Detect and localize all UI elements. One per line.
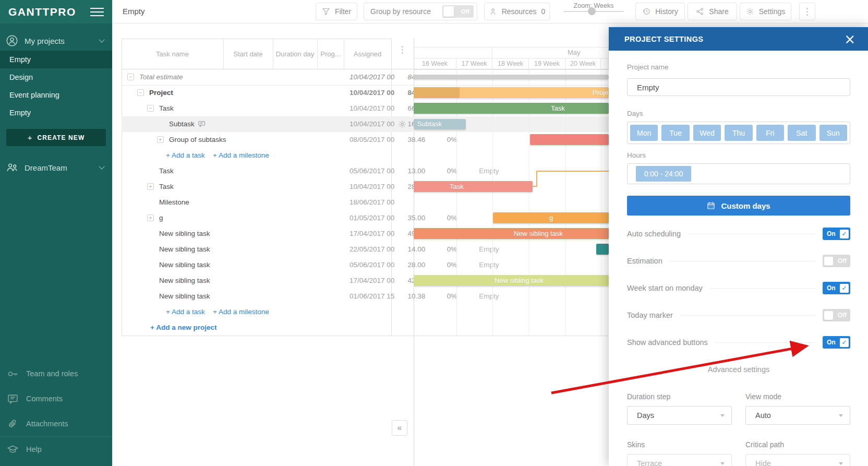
column-header-duration-day[interactable]: Duration day: [273, 39, 317, 69]
hours-range-chip[interactable]: 0:00 - 24:00: [636, 166, 691, 182]
toggle-today-marker[interactable]: Off: [823, 309, 850, 321]
sidebar-item-help[interactable]: Help: [0, 437, 112, 462]
table-row[interactable]: +g01/05/2017 00:35.000%: [122, 210, 391, 226]
day-button-wed[interactable]: Wed: [693, 125, 721, 141]
working-hours-field[interactable]: 0:00 - 24:00: [627, 163, 850, 184]
task-name-cell: Task: [159, 179, 174, 195]
day-button-fri[interactable]: Fri: [756, 125, 784, 141]
start-date-cell: 10/04/2017 00:: [349, 179, 394, 195]
toggle-week-start-on-monday[interactable]: On✓: [823, 282, 850, 294]
expand-expander[interactable]: +: [157, 136, 164, 143]
table-row[interactable]: Milestone18/06/2017 00:: [122, 195, 391, 210]
project-bar[interactable]: [414, 87, 609, 98]
day-button-tue[interactable]: Tue: [661, 125, 689, 141]
week-cell: [601, 58, 609, 69]
my-projects-section[interactable]: My projects: [0, 31, 112, 51]
gear-icon: [746, 7, 754, 16]
day-button-sun[interactable]: Sun: [819, 125, 847, 141]
hamburger-menu-icon[interactable]: [90, 5, 104, 19]
history-button[interactable]: History: [635, 3, 685, 20]
column-settings-icon[interactable]: [402, 46, 403, 54]
chevron-down-icon: [839, 414, 843, 417]
new-sibling-task-2-bar[interactable]: [596, 244, 609, 255]
sidebar-item-empty[interactable]: Empty: [0, 51, 112, 68]
close-icon[interactable]: ×: [844, 32, 855, 46]
zoom-slider-thumb[interactable]: [588, 7, 596, 15]
bar-label: Subtask: [417, 119, 442, 129]
select-view-mode[interactable]: Auto: [745, 406, 850, 425]
create-new-button[interactable]: + CREATE NEW: [6, 129, 106, 146]
table-row[interactable]: −Project10/04/2017 00:84.0017%: [122, 85, 391, 101]
expand-expander[interactable]: +: [147, 183, 154, 190]
select-critical-path[interactable]: Hide: [745, 454, 850, 466]
comment-bubble-icon[interactable]: [198, 121, 206, 127]
day-button-thu[interactable]: Thu: [725, 125, 752, 141]
resources-button[interactable]: Resources 0: [484, 3, 550, 20]
dependency-connector: [536, 171, 537, 187]
add-task-link[interactable]: + Add a task: [166, 148, 205, 163]
add-task-link[interactable]: + Add a task: [166, 304, 205, 320]
total-estimate-bar[interactable]: [414, 75, 609, 79]
select-skins[interactable]: Terrace: [627, 454, 732, 466]
new-sibling-task-1-bar[interactable]: [414, 228, 609, 239]
share-icon: [696, 7, 704, 16]
toggle-show-advanced-buttons[interactable]: On✓: [823, 336, 850, 349]
add-new-project-link[interactable]: + Add a new project: [150, 320, 216, 336]
table-row[interactable]: New sibling task05/06/2017 00:28.000%Emp…: [122, 257, 391, 273]
toggle-estimation[interactable]: Off: [823, 255, 850, 267]
sidebar-item-design[interactable]: Design: [0, 68, 112, 86]
settings-button[interactable]: Settings: [740, 3, 791, 20]
table-row[interactable]: New sibling task22/05/2017 00:14.000%Emp…: [122, 242, 391, 257]
checkmark-icon: ✓: [840, 230, 849, 238]
toggle-auto-scheduling[interactable]: On✓: [823, 228, 850, 240]
chevron-down-icon: [99, 37, 104, 42]
panel-body: Project name Days MonTueWedThuFriSatSun …: [609, 63, 868, 466]
day-button-mon[interactable]: Mon: [630, 125, 658, 141]
select-value: Days: [637, 411, 654, 420]
collapse-expander[interactable]: −: [127, 74, 134, 80]
table-row[interactable]: Subtask10/04/2017 00:16.00100%Empty: [122, 116, 391, 132]
filter-label: Filter: [335, 7, 351, 16]
sidebar-item-comments[interactable]: Comments: [0, 386, 112, 411]
sidebar-item-empty[interactable]: Empty: [0, 104, 112, 122]
sidebar-item-team-and-roles[interactable]: Team and roles: [0, 361, 112, 386]
table-row[interactable]: Task05/06/2017 00:13.000%Empty: [122, 163, 391, 179]
day-button-sat[interactable]: Sat: [788, 125, 815, 141]
sidebar-item-event-planning[interactable]: Event planning: [0, 86, 112, 104]
table-row[interactable]: New sibling task17/04/2017 00:49.000%Emp…: [122, 226, 391, 242]
collapse-expander[interactable]: −: [147, 105, 154, 112]
task-2-bar[interactable]: [414, 181, 533, 192]
share-button[interactable]: Share: [688, 3, 737, 20]
add-milestone-link[interactable]: + Add a milestone: [213, 304, 269, 320]
start-date-cell: 17/04/2017 00:: [349, 226, 394, 242]
project-name-input[interactable]: [627, 78, 850, 96]
more-menu-button[interactable]: [799, 3, 815, 20]
expand-expander[interactable]: +: [147, 214, 154, 221]
collapse-expander[interactable]: −: [137, 89, 144, 96]
custom-days-button[interactable]: Custom days: [627, 196, 850, 216]
table-row[interactable]: −Task10/04/2017 00:66.4674%: [122, 101, 391, 116]
task-bar[interactable]: [414, 103, 609, 114]
column-header-start-date[interactable]: Start date: [223, 39, 273, 69]
column-header-assigned[interactable]: Assigned: [344, 39, 391, 69]
column-header-task-name[interactable]: Task name: [122, 39, 223, 69]
checkmark-icon: ✓: [840, 284, 849, 293]
column-header-prog-[interactable]: Prog...: [317, 39, 344, 69]
bar-label: Proje: [593, 87, 608, 98]
table-row[interactable]: +Group of subtasks08/05/2017 00:38.460%: [122, 132, 391, 148]
group-of-subtasks-bar[interactable]: [530, 134, 609, 145]
table-row[interactable]: +Task10/04/2017 00:28.000%: [122, 179, 391, 195]
collapse-grid-button[interactable]: «: [392, 420, 407, 436]
table-row[interactable]: New sibling task01/06/2017 15:10.380%Emp…: [122, 289, 391, 304]
table-row[interactable]: −Total estimate10/04/2017 00.84.00: [122, 69, 391, 85]
add-milestone-link[interactable]: + Add a milestone: [213, 148, 269, 163]
sidebar-item-attachments[interactable]: Attachments: [0, 411, 112, 436]
select-duration-step[interactable]: Days: [627, 406, 732, 425]
days-label: Days: [627, 110, 850, 117]
timeline-header-line: [414, 69, 609, 70]
filter-button[interactable]: Filter: [316, 3, 357, 20]
group-by-resource-toggle[interactable]: Off: [442, 5, 474, 18]
week-cell-18-week: 18 Week: [492, 58, 529, 69]
dreamteam-section[interactable]: DreamTeam: [0, 158, 112, 177]
table-row[interactable]: New sibling task17/04/2017 00:42.000%Emp…: [122, 273, 391, 289]
